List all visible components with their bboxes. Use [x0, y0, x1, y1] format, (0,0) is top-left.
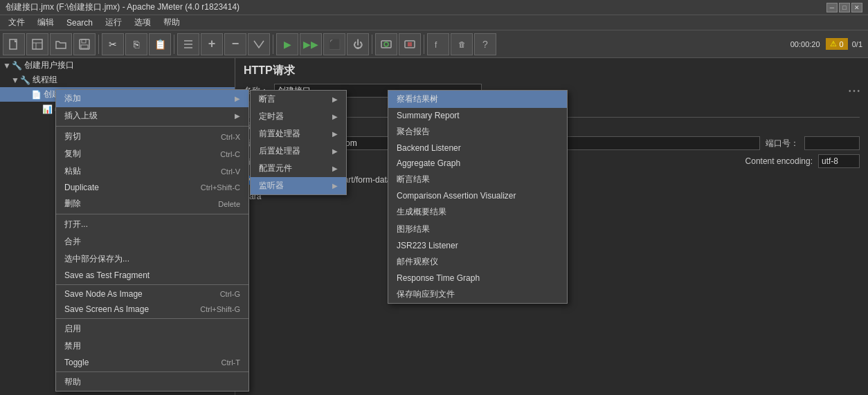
save-btn[interactable]	[73, 33, 96, 55]
listener-aggregate-report[interactable]: 聚合报告	[388, 123, 567, 140]
template-btn[interactable]	[26, 33, 48, 55]
open-btn[interactable]	[50, 33, 72, 55]
warning-indicator: ⚠ 0	[826, 38, 848, 50]
plus-btn[interactable]: +	[201, 33, 223, 55]
ctx-copy[interactable]: 复制 Ctrl-C	[56, 145, 248, 163]
listener-assertion-results[interactable]: 断言结果	[388, 171, 567, 188]
remote-stop-btn[interactable]	[399, 33, 421, 55]
ctx-sep-1	[56, 126, 248, 127]
ctx-add[interactable]: 添加 ▶	[56, 90, 248, 107]
minimize-btn[interactable]: ─	[826, 3, 838, 12]
submenu-config-element-label: 配置元件	[259, 163, 292, 174]
ctx-duplicate[interactable]: Duplicate Ctrl+Shift-C	[56, 180, 248, 195]
remote-start-btn[interactable]	[375, 33, 397, 55]
window-controls: ─ □ ✕	[826, 3, 862, 12]
ctx-paste[interactable]: 粘贴 Ctrl-V	[56, 163, 248, 180]
copy-btn[interactable]: ⎘	[125, 33, 147, 55]
svg-rect-13	[408, 42, 412, 46]
maximize-btn[interactable]: □	[839, 3, 850, 12]
help-btn[interactable]: ?	[474, 33, 496, 55]
stop-btn[interactable]: ⬛	[323, 33, 345, 55]
listener-jsr223[interactable]: JSR223 Listener	[388, 238, 567, 253]
ctx-merge-label: 合并	[64, 236, 81, 248]
ctx-save-node-image-shortcut: Ctrl-G	[220, 290, 240, 298]
ctx-toggle[interactable]: Toggle Ctrl-T	[56, 355, 248, 370]
menu-options[interactable]: 选项	[129, 15, 156, 30]
tree-icon-resultstree: 📊	[42, 104, 53, 114]
svg-rect-6	[81, 45, 88, 48]
ctx-enable-label: 启用	[64, 323, 81, 335]
submenu-listener[interactable]: 监听器 ▶	[251, 177, 346, 194]
ctx-sep-2	[56, 214, 248, 214]
function-helper-btn[interactable]: f	[427, 33, 449, 55]
toolbar-sep-5	[424, 35, 424, 54]
submenu-pre-processor-arrow: ▶	[332, 130, 338, 138]
ctx-enable[interactable]: 启用	[56, 320, 248, 338]
ctx-cut[interactable]: 剪切 Ctrl-X	[56, 128, 248, 145]
new-btn[interactable]	[3, 33, 25, 55]
ctx-sep-4	[56, 318, 248, 319]
listener-backend-listener[interactable]: Backend Listener	[388, 140, 567, 156]
tree-icon-root: 🔧	[11, 61, 22, 71]
title-bar: 创建接口.jmx (F:\创建接口.jmx) - Apache JMeter (…	[0, 0, 868, 15]
listener-view-results-tree[interactable]: 察看结果树	[388, 91, 567, 108]
paste-btn[interactable]: 📋	[149, 33, 171, 55]
start-no-pause-btn[interactable]: ▶▶	[300, 33, 322, 55]
submenu-assertion-label: 断言	[259, 93, 275, 105]
clear-btn[interactable]: 🗑	[451, 33, 473, 55]
ctx-help[interactable]: 帮助	[56, 374, 248, 391]
ctx-disable-label: 禁用	[64, 340, 81, 352]
listener-mail-viewer[interactable]: 邮件观察仪	[388, 253, 567, 270]
ctx-delete-shortcut: Delete	[218, 200, 240, 208]
tree-icon-createapi: 📄	[30, 90, 42, 100]
listener-save-responses[interactable]: 保存响应到文件	[388, 286, 567, 303]
submenu-post-processor[interactable]: 后置处理器 ▶	[251, 143, 346, 160]
ctx-duplicate-label: Duplicate	[64, 183, 99, 192]
menu-edit[interactable]: 编辑	[32, 15, 60, 30]
ctx-insert-parent[interactable]: 插入上级 ▶	[56, 107, 248, 125]
content-encoding-input[interactable]	[818, 154, 860, 168]
cut-btn[interactable]: ✂	[102, 33, 124, 55]
listener-response-time-graph[interactable]: Response Time Graph	[388, 270, 567, 286]
ctx-add-label: 添加	[64, 93, 81, 104]
minus-btn[interactable]: −	[224, 33, 246, 55]
warning-count: 0	[840, 40, 844, 48]
ctx-save-screen-image[interactable]: Save Screen As Image Ctrl+Shift-G	[56, 302, 248, 317]
ctx-toggle-label: Toggle	[64, 358, 89, 367]
submenu-assertion[interactable]: 断言 ▶	[251, 91, 346, 108]
menu-search[interactable]: Search	[61, 17, 98, 29]
listener-aggregate-graph[interactable]: Aggregate Graph	[388, 156, 567, 171]
menu-help[interactable]: 帮助	[158, 15, 186, 30]
submenu-pre-processor[interactable]: 前置处理器 ▶	[251, 125, 346, 143]
listener-summary-report[interactable]: Summary Report	[388, 108, 567, 123]
ctx-disable[interactable]: 禁用	[56, 338, 248, 355]
ctx-paste-label: 粘贴	[64, 165, 81, 177]
tree-item-root[interactable]: ▼ 🔧 创建用户接口	[0, 58, 235, 73]
ctx-save-node-image[interactable]: Save Node As Image Ctrl-G	[56, 286, 248, 302]
browse-btn[interactable]	[248, 33, 270, 55]
port-input[interactable]	[804, 136, 860, 150]
submenu-timer[interactable]: 定时器 ▶	[251, 108, 346, 125]
start-btn[interactable]: ▶	[276, 33, 298, 55]
submenu-timer-arrow: ▶	[332, 113, 338, 120]
menu-file[interactable]: 文件	[3, 15, 30, 30]
listener-generate-summary[interactable]: 生成概要结果	[388, 203, 567, 221]
submenu-config-element[interactable]: 配置元件 ▶	[251, 160, 346, 177]
ctx-delete[interactable]: 删除 Delete	[56, 195, 248, 212]
ctx-save-partial[interactable]: 选中部分保存为...	[56, 250, 248, 268]
ctx-copy-shortcut: Ctrl-C	[220, 150, 240, 158]
tree-item-threadgroup[interactable]: ▼ 🔧 线程组	[0, 73, 235, 87]
ctx-open[interactable]: 打开...	[56, 216, 248, 233]
svg-rect-1	[33, 39, 42, 49]
ctx-merge[interactable]: 合并	[56, 233, 248, 250]
shutdown-btn[interactable]: ⏻	[347, 33, 369, 55]
close-btn[interactable]: ✕	[851, 3, 862, 12]
menu-run[interactable]: 运行	[100, 15, 127, 30]
port-label: 端口号：	[766, 138, 799, 149]
elapsed-time: 00:00:20	[786, 39, 824, 50]
expand-btn[interactable]	[177, 33, 199, 55]
listener-graph-results[interactable]: 图形结果	[388, 221, 567, 238]
ctx-save-fragment[interactable]: Save as Test Fragment	[56, 268, 248, 283]
error-count: 0/1	[849, 39, 865, 50]
listener-comparison-visualizer[interactable]: Comparison Assertion Visualizer	[388, 188, 567, 203]
